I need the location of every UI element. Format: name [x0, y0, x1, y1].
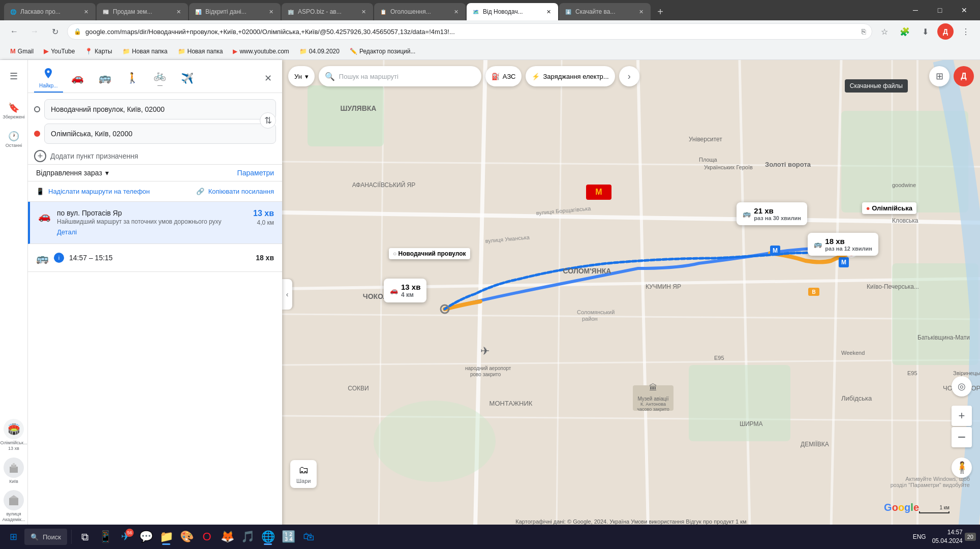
quick-dest-kyiv[interactable]: Київ	[2, 455, 26, 486]
tab-7-close[interactable]: ✕	[636, 7, 646, 16]
tab-6-close[interactable]: ✕	[544, 7, 553, 16]
add-destination-button[interactable]: + Додати пункт призначення	[28, 148, 282, 164]
layers-button[interactable]: 🗂 Шари	[290, 460, 317, 488]
bookmark-date[interactable]: 📁 04.09.2020	[295, 46, 344, 57]
extension-button[interactable]: 🧩	[897, 23, 913, 40]
tab-4[interactable]: 🏢 ASPO.biz - ав... ✕	[282, 3, 373, 20]
scale-bar: 1 км	[919, 505, 950, 513]
minimize-button[interactable]: ─	[904, 0, 927, 20]
tab-1-close[interactable]: ✕	[81, 7, 90, 16]
map-mode-toggle[interactable]: Ун ▾	[288, 66, 315, 86]
bookmark-editor[interactable]: ✏️ Редактор позиций...	[346, 46, 420, 57]
route-details-link[interactable]: Деталі	[57, 228, 77, 236]
tab-4-close[interactable]: ✕	[359, 7, 368, 16]
quick-dest-olympic[interactable]: 🏟️ Олімпійськ...13 хв	[2, 417, 26, 453]
close-directions-button[interactable]: ✕	[260, 70, 276, 86]
address-bar[interactable]: 🔒 google.com/maps/dir/Новодачний+провуло…	[67, 23, 872, 40]
transport-tab-car[interactable]: 🚗	[65, 69, 90, 88]
params-link[interactable]: Параметри	[237, 169, 274, 177]
paint-taskbar[interactable]: 🎨	[177, 528, 196, 546]
downloads-button[interactable]: ⬇ Скачанные файлы	[917, 23, 933, 40]
map-search-box[interactable]: 🔍 Пошук на маршруті	[319, 66, 481, 86]
map-area[interactable]: M ШУЛЯВКА АФАНАСІЇВСЬКИЙ ЯР СОЛОМ'ЯНКА К…	[282, 60, 980, 529]
telegram-taskbar[interactable]: ✈ 56	[116, 528, 135, 546]
new-tab-button[interactable]: +	[652, 3, 669, 20]
bookmark-folder-2[interactable]: 📁 Новая папка	[174, 46, 227, 57]
store-taskbar[interactable]: 🛍	[299, 528, 318, 546]
maximize-button[interactable]: □	[928, 0, 952, 20]
zoom-out-button[interactable]: −	[952, 427, 972, 447]
notification-count-badge[interactable]: 20	[965, 533, 976, 541]
bookmark-youtube-url[interactable]: ▶ www.youtube.com	[229, 46, 293, 57]
tab-5[interactable]: 📋 Оголошення... ✕	[374, 3, 466, 20]
bookmark-gmail[interactable]: M Gmail	[6, 45, 38, 57]
saved-button[interactable]: 🔖 Збережені	[4, 101, 24, 121]
reload-button[interactable]: ↻	[47, 23, 63, 40]
transport-tab-transit[interactable]: 🚌	[93, 69, 118, 88]
calculator-taskbar[interactable]: 🔢	[279, 528, 297, 546]
file-explorer-taskbar[interactable]: 📁	[157, 528, 175, 546]
hamburger-menu-button[interactable]: ☰	[4, 66, 24, 86]
my-location-button[interactable]: ◎	[952, 376, 972, 396]
back-button[interactable]: ←	[6, 23, 22, 40]
recent-button[interactable]: 🕐 Останні	[4, 129, 24, 149]
whatsapp-taskbar[interactable]: 💬	[137, 528, 155, 546]
transit-callout-1[interactable]: 🚌 21 хв раз на 30 хвилин	[737, 202, 807, 225]
tab-7[interactable]: ⬇️ Скачайте ва... ✕	[559, 3, 651, 20]
transport-tab-bike[interactable]: 🚲 —	[147, 66, 173, 91]
collapse-panel-button[interactable]: ‹	[282, 279, 292, 310]
fuel-service-button[interactable]: ⛽ АЗС	[485, 66, 522, 86]
taskbar-clock[interactable]: 14:57 05.04.2024	[932, 528, 963, 545]
pegman-button[interactable]: 🧍	[952, 458, 972, 478]
lock-icon: 🔒	[74, 28, 81, 35]
map-grid-button[interactable]: ⊞	[929, 66, 950, 86]
route-item-transit[interactable]: 🚌 i 14:57 – 15:15 18 хв	[28, 244, 282, 272]
lang-indicator[interactable]: ENG	[913, 533, 926, 540]
departure-select[interactable]: Відправлення зараз ▾	[36, 169, 109, 177]
opera-taskbar[interactable]: O	[198, 528, 216, 546]
bookmark-button[interactable]: ☆	[876, 23, 893, 40]
tab-1[interactable]: 🌐 Ласкаво про... ✕	[4, 3, 96, 20]
tab-7-favicon: ⬇️	[564, 8, 572, 16]
copy-link-button[interactable]: 🔗 Копіювати посилання	[196, 188, 274, 195]
bookmark-youtube[interactable]: ▶ YouTube	[40, 45, 79, 57]
task-view-button[interactable]: ⧉	[76, 528, 94, 546]
transport-tab-plane[interactable]: ✈️	[175, 69, 200, 87]
close-button[interactable]: ✕	[953, 0, 976, 20]
tab-3[interactable]: 📊 Відкриті дані... ✕	[189, 3, 281, 20]
browser-taskbar[interactable]: 🦊	[218, 528, 236, 546]
zoom-in-button[interactable]: +	[952, 406, 972, 426]
send-to-phone-button[interactable]: 📱 Надіслати маршрути на телефон	[36, 188, 150, 195]
tab-3-close[interactable]: ✕	[266, 7, 275, 16]
map-profile-avatar[interactable]: Д	[954, 66, 974, 86]
tab-5-close[interactable]: ✕	[451, 7, 461, 16]
olympic-label: Олімпійськ...13 хв	[1, 440, 27, 451]
car-callout-time: 13 хв	[401, 283, 420, 291]
route-time-distance: 13 хв 4,0 км	[253, 209, 274, 226]
destination-input[interactable]	[44, 124, 276, 144]
tab-6[interactable]: 🗺️ Від Новодач... ✕	[467, 3, 558, 20]
tab-2[interactable]: 📰 Продам зем... ✕	[97, 3, 188, 20]
transit-callout-2[interactable]: 🚌 18 хв раз на 12 хвилин	[808, 233, 878, 256]
charging-service-button[interactable]: ⚡ Заряджання електр...	[526, 66, 615, 86]
more-services-button[interactable]: ›	[619, 66, 639, 86]
viber-taskbar[interactable]: 📱	[96, 528, 114, 546]
car-route-callout[interactable]: 🚗 13 хв 4 км	[384, 279, 426, 302]
forward-button[interactable]: →	[26, 23, 43, 40]
transport-tab-recommended[interactable]: Найкр...	[34, 64, 63, 93]
start-button[interactable]: ⊞	[4, 528, 22, 546]
transport-tab-walk[interactable]: 🚶	[120, 69, 145, 88]
quick-dest-academy[interactable]: вулицяАкадемік...	[2, 488, 26, 525]
origin-input[interactable]	[44, 99, 276, 119]
taskbar-search[interactable]: 🔍 Поиск	[24, 529, 67, 545]
share-icon[interactable]: ⎘	[862, 27, 866, 36]
tab-2-close[interactable]: ✕	[174, 7, 183, 16]
bookmark-maps[interactable]: 📍 Карты	[81, 46, 116, 57]
bookmark-folder-1[interactable]: 📁 Новая папка	[118, 46, 172, 57]
chrome-taskbar[interactable]: 🌐	[259, 528, 277, 546]
audio-taskbar[interactable]: 🎵	[238, 528, 257, 546]
route-item-car[interactable]: 🚗 по вул. Протасів Яр Найшвидший маршрут…	[28, 202, 282, 244]
profile-button[interactable]: Д	[937, 23, 954, 40]
swap-button[interactable]: ⇅	[260, 112, 276, 129]
more-menu-button[interactable]: ⋮	[958, 23, 974, 40]
